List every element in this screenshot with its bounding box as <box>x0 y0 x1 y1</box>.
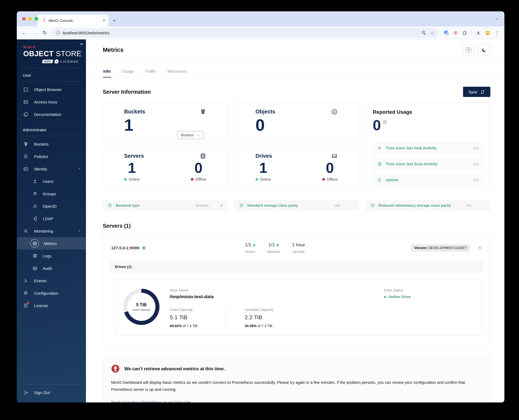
page-title: Metrics <box>103 46 124 53</box>
extensions-puzzle-icon[interactable] <box>462 30 467 35</box>
browser-tab[interactable]: MinIO Console × <box>38 15 108 26</box>
drive-status-value: Online Drive <box>388 295 411 299</box>
sidebar-section-administrator: Administrator <box>17 124 86 134</box>
endpoint-address: 127.0.0.1:9099 <box>111 246 139 250</box>
sidebar-item-configuration[interactable]: ⚙ Configuration <box>17 287 86 299</box>
sidebar-item-metrics[interactable]: Metrics <box>17 237 86 250</box>
tab-traffic[interactable]: Traffic <box>145 66 157 77</box>
zoom-window-button[interactable] <box>35 17 38 21</box>
close-window-button[interactable] <box>22 17 26 21</box>
sidebar-item-monitoring[interactable]: Monitoring <box>17 225 86 237</box>
collapse-server-chevron-icon[interactable] <box>478 246 482 250</box>
sidebar-item-label: Audit <box>43 266 81 271</box>
reported-usage-title: Reported Usage <box>373 109 483 115</box>
offline-dot <box>322 178 325 181</box>
reduced-parity-label: Reduced redundancy storage class parity <box>378 203 463 207</box>
sidebar-item-identity[interactable]: Identity <box>17 163 86 175</box>
prometheus-docs-link[interactable]: Read more about Prometheus on our Docs s… <box>111 400 191 402</box>
sidebar-collapse-icon[interactable]: ⇤ <box>80 42 84 46</box>
reload-icon[interactable]: ↻ <box>43 30 47 35</box>
sidebar-item-buckets[interactable]: Buckets <box>17 138 86 150</box>
menu-kebab-icon[interactable]: ⋮ <box>495 31 500 35</box>
sidebar-item-events[interactable]: λ Events <box>17 274 86 287</box>
metrics-icon <box>30 239 39 248</box>
sidebar-item-access-keys[interactable]: Access Keys <box>17 96 86 108</box>
sidebar-item-ldap[interactable]: LDAP <box>17 212 86 225</box>
starburst-extension-icon[interactable] <box>453 30 458 35</box>
forward-icon[interactable]: → <box>32 30 37 35</box>
offline-dot <box>191 178 194 181</box>
parity-db-icon <box>370 203 375 208</box>
bookmark-star-icon[interactable]: ☆ <box>430 31 435 35</box>
uptime-row: Uptime n/a <box>373 174 483 186</box>
groups-icon <box>32 191 38 197</box>
users-icon <box>32 178 38 184</box>
logs-icon <box>32 253 38 259</box>
sidebar-item-openid[interactable]: OpenID <box>17 200 86 212</box>
used-capacity-of: of 7.3 TiB <box>182 324 198 328</box>
sidebar-item-audit[interactable]: Audit <box>17 262 86 274</box>
dark-mode-button[interactable] <box>478 45 490 55</box>
sidebar-item-object-browser[interactable]: Object Browser <box>17 83 86 96</box>
buckets-card-title: Buckets <box>124 109 145 115</box>
sidebar-divider <box>22 68 81 68</box>
tab-search-chevron-icon[interactable] <box>494 16 500 22</box>
sidebar-item-label: Users <box>43 179 81 184</box>
translate-extension-icon[interactable] <box>444 30 449 35</box>
drive-name: /tmp/minio-test-data <box>170 294 374 300</box>
downloads-icon[interactable] <box>476 30 481 35</box>
servers-card-title: Servers <box>124 153 144 159</box>
online-dot <box>255 178 258 181</box>
sign-out-icon <box>23 389 29 395</box>
tab-usage[interactable]: Usage <box>122 66 134 77</box>
sidebar-item-license[interactable]: License <box>17 299 86 312</box>
backend-db-icon <box>108 203 112 208</box>
license-icon <box>23 303 29 308</box>
identity-icon <box>23 166 29 172</box>
sidebar-item-groups[interactable]: Groups <box>17 187 86 200</box>
network-stat-label: Network <box>267 250 280 254</box>
sidebar-item-documentation[interactable]: Documentation <box>17 108 86 120</box>
sidebar-item-label: Documentation <box>34 112 81 117</box>
sidebar-item-users[interactable]: Users <box>17 175 86 187</box>
metrics-tabs: Info Usage Traffic Resources <box>86 66 504 78</box>
sync-button[interactable]: Sync <box>463 87 490 97</box>
translate-icon[interactable] <box>422 31 427 35</box>
ldap-icon <box>32 216 38 221</box>
objects-card-title: Objects <box>255 109 275 115</box>
donut-value: 5 TiB <box>136 303 147 307</box>
drive-status-label: Drive Status <box>384 288 473 292</box>
objects-count: 0 <box>255 117 338 133</box>
sidebar-item-label: Object Browser <box>34 87 81 92</box>
url-text[interactable]: localhost:9001/tools/metrics <box>63 31 419 35</box>
sidebar-item-policies[interactable]: Policies <box>17 150 86 163</box>
sidebar-divider <box>22 384 81 385</box>
address-bar[interactable]: ⓘ localhost:9001/tools/metrics ☆ <box>52 28 438 38</box>
used-capacity-percent: 69.92% <box>170 324 182 328</box>
page-header: Metrics ? <box>86 39 504 61</box>
servers-offline-count: 0 <box>191 160 206 175</box>
objects-icon <box>331 109 338 115</box>
tab-resources[interactable]: Resources <box>167 66 188 77</box>
sidebar-item-logs[interactable]: Logs <box>17 250 86 262</box>
site-info-icon[interactable]: ⓘ <box>56 31 60 35</box>
scan-activity-row: Time since last Scan Activity n/a <box>373 158 483 170</box>
help-button[interactable]: ? <box>462 45 475 55</box>
browse-button[interactable]: Browse → <box>177 131 204 139</box>
bucket-icon <box>200 109 206 115</box>
new-tab-button[interactable]: + <box>113 18 116 23</box>
online-label: Online <box>260 177 271 182</box>
used-capacity-block: Used Capacity 5.1 TiB 69.92% of 7.3 TiB <box>170 308 225 328</box>
tab-close-icon[interactable]: × <box>103 18 105 23</box>
tab-info[interactable]: Info <box>103 66 111 78</box>
standard-parity-value: n/a <box>335 203 340 207</box>
sidebar-item-label: Policies <box>34 154 81 159</box>
profile-emoji-icon[interactable] <box>485 30 491 36</box>
back-icon[interactable]: ← <box>22 30 27 35</box>
server-panel: 127.0.0.1:9099 1/1 Drives 1/1 <box>103 234 490 346</box>
audit-icon <box>32 265 38 271</box>
sidebar-item-label: Configuration <box>34 291 81 295</box>
drive-online-dot <box>384 296 386 298</box>
sidebar-item-sign-out[interactable]: Sign Out <box>17 386 86 399</box>
minimize-window-button[interactable] <box>28 17 32 21</box>
